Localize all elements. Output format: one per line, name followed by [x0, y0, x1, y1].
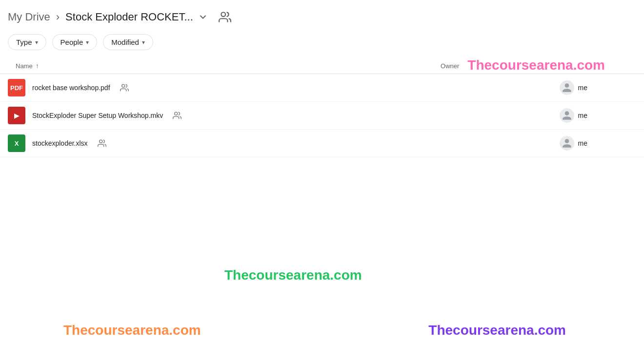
- breadcrumb-dropdown-icon[interactable]: [196, 10, 210, 24]
- watermark-bottom-left: Thecoursearena.com: [63, 323, 201, 338]
- watermark-bottom-right: Thecoursearena.com: [428, 323, 566, 338]
- svg-point-3: [99, 140, 102, 143]
- file-name-text: StockExploder Super Setup Workshop.mkv: [32, 112, 163, 119]
- filter-type-button[interactable]: Type ▾: [8, 34, 46, 50]
- filter-modified-chevron: ▾: [142, 39, 145, 46]
- file-name-text: stockexploder.xlsx: [32, 139, 88, 147]
- col-name-label: Name: [16, 62, 33, 70]
- owner-avatar: [560, 80, 574, 95]
- filter-bar: Type ▾ People ▾ Modified ▾ Thecoursearen…: [0, 30, 644, 58]
- owner-name: me: [578, 112, 587, 119]
- file-owner-cell: me: [433, 102, 644, 130]
- filter-people-button[interactable]: People ▾: [52, 34, 98, 50]
- sort-arrow-icon: ↑: [36, 62, 39, 70]
- file-table: Name ↑ Owner PDFrocket base workshop.pdf…: [0, 58, 644, 157]
- shared-icon: [120, 83, 129, 92]
- owner-name: me: [578, 139, 587, 147]
- filter-people-label: People: [60, 38, 83, 46]
- watermark-mid-center: Thecoursearena.com: [224, 267, 362, 283]
- svg-point-1: [121, 84, 124, 87]
- file-icon-pdf: PDF: [8, 79, 25, 96]
- filter-modified-label: Modified: [111, 38, 139, 46]
- shared-icon: [98, 139, 106, 148]
- col-owner-header: Owner: [433, 58, 644, 74]
- owner-name: me: [578, 84, 587, 92]
- breadcrumb-separator: ›: [56, 11, 60, 23]
- file-icon-xlsx: X: [8, 134, 25, 152]
- col-name-header[interactable]: Name ↑: [0, 58, 433, 74]
- breadcrumb-parent[interactable]: My Drive: [8, 11, 50, 23]
- file-owner-cell: me: [433, 130, 644, 157]
- content-area: Name ↑ Owner PDFrocket base workshop.pdf…: [0, 58, 644, 157]
- owner-avatar: [560, 108, 574, 123]
- table-row[interactable]: PDFrocket base workshop.pdf me: [0, 74, 644, 102]
- svg-point-0: [221, 12, 225, 17]
- filter-people-chevron: ▾: [86, 39, 89, 46]
- breadcrumb-current-title: Stock Exploder ROCKET...: [65, 11, 193, 23]
- owner-avatar: [560, 136, 574, 151]
- table-row[interactable]: ▶StockExploder Super Setup Workshop.mkv …: [0, 102, 644, 130]
- filter-modified-button[interactable]: Modified ▾: [103, 34, 153, 50]
- breadcrumb-bar: My Drive › Stock Exploder ROCKET...: [0, 0, 644, 30]
- table-header-row: Name ↑ Owner: [0, 58, 644, 74]
- file-name-text: rocket base workshop.pdf: [32, 84, 110, 92]
- svg-point-2: [175, 112, 178, 115]
- file-name-cell: PDFrocket base workshop.pdf: [0, 74, 433, 102]
- shared-icon: [173, 111, 181, 120]
- file-icon-mkv: ▶: [8, 107, 25, 124]
- share-people-icon[interactable]: [217, 9, 233, 25]
- filter-type-label: Type: [16, 38, 32, 46]
- filter-type-chevron: ▾: [35, 39, 38, 46]
- file-name-cell: Xstockexploder.xlsx: [0, 130, 433, 157]
- breadcrumb-current: Stock Exploder ROCKET...: [65, 10, 210, 24]
- file-name-cell: ▶StockExploder Super Setup Workshop.mkv: [0, 102, 433, 130]
- table-row[interactable]: Xstockexploder.xlsx me: [0, 130, 644, 157]
- file-owner-cell: me: [433, 74, 644, 102]
